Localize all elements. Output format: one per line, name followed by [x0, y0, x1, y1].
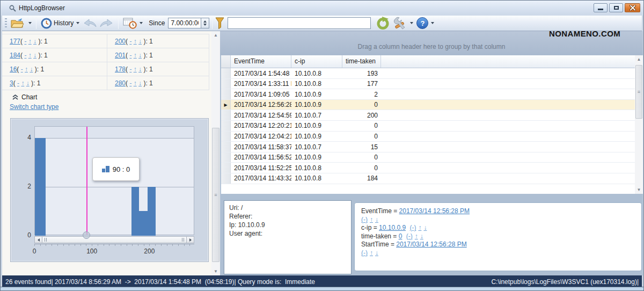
- undo-button[interactable]: [81, 18, 98, 28]
- cell-eventtime: 2017/03/14 12:04:21...: [231, 132, 291, 142]
- value-link[interactable]: 178: [115, 66, 126, 73]
- value-link[interactable]: 280: [115, 79, 126, 87]
- row-marker: [221, 89, 231, 99]
- field-value-link[interactable]: 2017/03/14 12:56:28 PM: [396, 241, 466, 248]
- cell-cip: 10.10.0.8: [291, 68, 342, 78]
- value-count: 1: [37, 79, 41, 87]
- sort-up-link[interactable]: ↑: [370, 216, 373, 223]
- scrollbar-thumb[interactable]: ≡: [212, 128, 219, 262]
- since-input[interactable]: [168, 18, 201, 28]
- filter-input[interactable]: [228, 17, 371, 29]
- value-link[interactable]: 201: [115, 52, 126, 59]
- range-grip-left[interactable]: [45, 238, 47, 242]
- scroll-up-icon[interactable]: ▲: [211, 31, 220, 39]
- cell-eventtime: 2017/03/14 1:33:11 P...: [231, 79, 291, 89]
- table-row[interactable]: 2017/03/14 11:43:32... 10.10.0.8 184: [221, 173, 635, 184]
- chart-range-scrollbar[interactable]: [34, 236, 194, 243]
- sort-down-link[interactable]: ↓: [375, 216, 378, 223]
- time-range-button[interactable]: [121, 17, 144, 30]
- cell-timetaken: 0: [342, 121, 381, 131]
- detail-value: 10.10.0.9: [238, 221, 265, 229]
- chart-section-header[interactable]: Chart: [12, 93, 37, 101]
- table-row[interactable]: 2017/03/14 1:33:11 P... 10.10.0.8 177: [221, 79, 635, 90]
- scrollbar-thumb[interactable]: ≡: [635, 65, 642, 119]
- chart-bar[interactable]: [35, 138, 46, 236]
- cell-filler: [381, 132, 635, 142]
- column-header-cip[interactable]: c-ip: [291, 55, 342, 68]
- x-tick: [127, 244, 127, 246]
- chevron-down-icon: [76, 22, 79, 24]
- field-value-link[interactable]: 10.10.0.9: [379, 224, 406, 231]
- cell-filler: [381, 110, 635, 120]
- value-link[interactable]: 177: [10, 38, 20, 45]
- history-button[interactable]: History: [39, 17, 81, 30]
- value-link[interactable]: 16: [10, 66, 17, 73]
- scroll-left-button[interactable]: [35, 237, 42, 243]
- table-scrollbar[interactable]: ▲ ≡ ▼: [635, 55, 643, 194]
- chart-bar[interactable]: [148, 187, 156, 236]
- scroll-down-icon[interactable]: ▼: [211, 267, 220, 275]
- value-link[interactable]: 3: [10, 79, 13, 87]
- chart-bar[interactable]: [131, 187, 139, 236]
- column-header-eventtime[interactable]: EventTime: [231, 55, 291, 68]
- scroll-right-button[interactable]: [186, 237, 194, 243]
- toolbar-separator: [212, 17, 213, 29]
- value-count: 1: [40, 66, 44, 73]
- minimize-button[interactable]: [594, 3, 608, 12]
- close-button[interactable]: [625, 3, 640, 12]
- tools-button[interactable]: [392, 16, 415, 31]
- help-icon: ?: [416, 17, 428, 29]
- column-header-timetaken[interactable]: time-taken: [342, 55, 381, 68]
- table-row[interactable]: 2017/03/14 11:56:52... 10.10.0.9 0: [221, 152, 635, 163]
- table-row[interactable]: 2017/03/14 1:54:48 P... 10.10.0.8 193: [221, 68, 635, 79]
- chart-top-band: [35, 127, 194, 138]
- value-link-grid: 177( - ↑ ↓ ): 1200( - ↑ ↓ ): 1184( - ↑ ↓…: [2, 34, 209, 90]
- range-thumb[interactable]: [42, 237, 186, 243]
- toolbar-separator: [118, 17, 119, 29]
- left-panel-scrollbar[interactable]: ▲ ≡ ▼: [211, 31, 220, 275]
- range-grip-right[interactable]: [182, 238, 184, 242]
- table-row[interactable]: 2017/03/14 12:20:21... 10.10.0.9 0: [221, 121, 635, 132]
- field-value-link[interactable]: 0: [399, 232, 402, 240]
- sort-up-link[interactable]: ↑: [415, 232, 418, 240]
- negate-link[interactable]: (-): [361, 216, 368, 223]
- sort-down-link[interactable]: ↓: [375, 249, 378, 257]
- chart-box: 90 : 0 0240100200: [10, 118, 209, 262]
- chevron-down-icon: [28, 22, 32, 24]
- value-link[interactable]: 184: [10, 52, 20, 59]
- sort-down-link[interactable]: ↓: [420, 232, 423, 240]
- x-tick: [86, 244, 86, 246]
- field-value-link[interactable]: 2017/03/14 12:56:28 PM: [399, 207, 470, 215]
- scroll-down-icon[interactable]: ▼: [635, 186, 643, 194]
- table-row[interactable]: 2017/03/14 12:54:59... 10.10.0.7 200: [221, 110, 635, 121]
- cell-timetaken: 177: [342, 79, 381, 89]
- table-row[interactable]: 2017/03/14 12:04:21... 10.10.0.9 0: [221, 132, 635, 142]
- close-paren: ):: [142, 52, 149, 59]
- x-tick: [40, 244, 41, 246]
- scroll-up-icon[interactable]: ▲: [635, 55, 643, 63]
- chart-x-ruler: [34, 244, 194, 247]
- switch-chart-type-link[interactable]: Switch chart type: [10, 103, 58, 111]
- chart-bar[interactable]: [139, 211, 148, 236]
- table-row[interactable]: 2017/03/14 11:52:25... 10.10.0.8 0: [221, 163, 635, 173]
- negate-link[interactable]: (-): [409, 224, 416, 231]
- value-link[interactable]: 200: [115, 38, 126, 45]
- toolbar-grip[interactable]: [5, 18, 7, 28]
- negate-link[interactable]: (-): [361, 249, 368, 257]
- negate-link[interactable]: (-): [406, 232, 413, 240]
- help-button[interactable]: ?: [415, 16, 436, 30]
- redo-button[interactable]: [98, 18, 115, 28]
- x-tick: [184, 244, 185, 246]
- open-log-button[interactable]: [9, 17, 33, 30]
- table-row[interactable]: 2017/03/14 11:58:37... 10.10.0.7 15: [221, 142, 635, 152]
- sort-up-link[interactable]: ↑: [370, 249, 373, 257]
- sort-up-link[interactable]: ↑: [418, 224, 421, 231]
- toolbar: History Since: [2, 16, 642, 31]
- maximize-button[interactable]: [609, 3, 623, 12]
- sort-down-link[interactable]: ↓: [423, 224, 427, 231]
- since-spinner[interactable]: [201, 18, 209, 28]
- table-row[interactable]: 2017/03/14 1:09:05 P... 10.10.0.9 2: [221, 89, 635, 100]
- chevron-down-icon: [410, 22, 413, 24]
- table-row[interactable]: ▶ 2017/03/14 12:56:28... 10.10.0.9 0: [221, 100, 635, 111]
- refresh-button[interactable]: [374, 15, 392, 32]
